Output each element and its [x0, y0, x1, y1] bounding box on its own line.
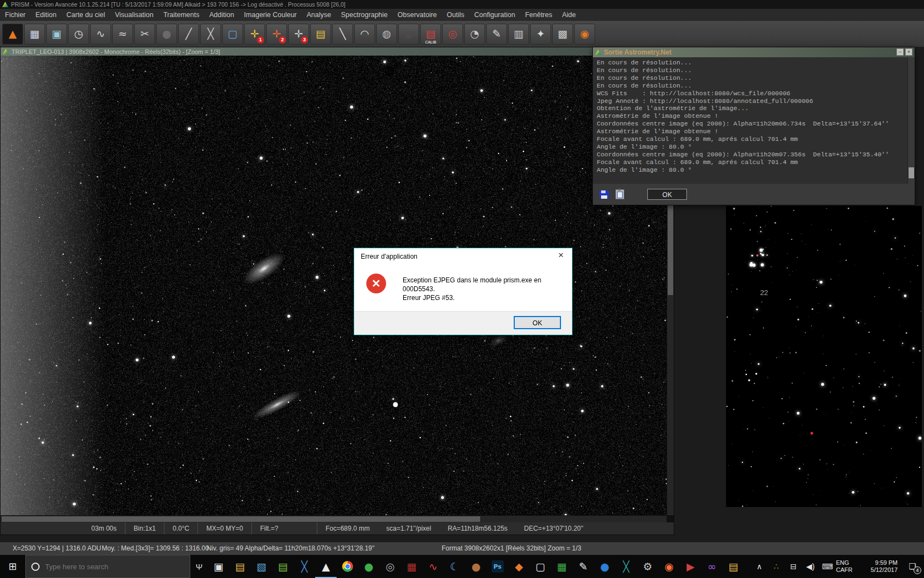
taskbar-white-app[interactable]: ▢ — [530, 555, 551, 578]
menu-observatoire[interactable]: Observatoire — [393, 9, 442, 21]
telescope-1-button[interactable]: ✛ 1 — [244, 24, 265, 45]
menu-outils[interactable]: Outils — [442, 9, 469, 21]
menu-addition[interactable]: Addition — [204, 9, 239, 21]
menu-analyse[interactable]: Analyse — [302, 9, 336, 21]
taskbar-file-explorer[interactable]: ▤ — [229, 555, 251, 578]
taskbar-backyard-eos[interactable]: ▦ — [401, 555, 422, 578]
cross-button[interactable]: ╳ — [200, 24, 221, 45]
image-window-titlebar[interactable]: TRIPLET_LEO-013 | 3908x2602 - Monochrome… — [1, 47, 674, 56]
histogram-button[interactable]: ≈ — [112, 24, 133, 45]
taskbar-blue-app[interactable]: ● — [594, 555, 615, 578]
search-input[interactable] — [44, 562, 173, 571]
dark-sphere-button[interactable]: ● — [398, 24, 419, 45]
menu-aide[interactable]: Aide — [557, 9, 581, 21]
dome-button[interactable]: ◠ — [354, 24, 375, 45]
close-button[interactable]: × — [905, 48, 912, 56]
app-title: PRISM - Version Avancée 10.1.25.214 [TU … — [11, 0, 345, 9]
taskbar-green-sphere[interactable]: ● — [358, 555, 380, 578]
error-close-icon[interactable]: ✕ — [556, 251, 566, 259]
target-button[interactable]: ◎ — [442, 24, 463, 45]
menu-fichier[interactable]: Fichier — [0, 9, 31, 21]
calibration-button[interactable]: ▤ CALIB — [420, 24, 441, 45]
menu-visualisation[interactable]: Visualisation — [110, 9, 158, 21]
action-center-icon[interactable]: ❏ 4 — [901, 555, 924, 578]
taskbar-visual-studio[interactable]: ∞ — [701, 555, 723, 578]
save-log-icon[interactable] — [600, 190, 609, 199]
taskbar-file-explorer-2[interactable]: ▤ — [723, 555, 744, 578]
astrometry-titlebar[interactable]: Sortie Astrometry.Net – × — [593, 47, 915, 57]
network[interactable]: ⊟ — [785, 555, 802, 578]
taskbar-teal-x-app[interactable]: ╳ — [615, 555, 637, 578]
taskbar-flame-app[interactable]: ◆ — [508, 555, 530, 578]
language-indicator[interactable]: ENG CAFR — [836, 555, 861, 578]
astrometry-ok-button[interactable]: OK — [647, 189, 687, 200]
magic-button[interactable]: ✦ — [530, 24, 551, 45]
log-line: Angle de l'image : 80.0 ° — [597, 166, 908, 174]
taskbar-prism[interactable]: ▲ — [315, 555, 337, 578]
error-ok-button[interactable]: OK — [514, 316, 561, 329]
pen-button[interactable]: ✎ — [486, 24, 507, 45]
capture-frame-button[interactable]: ▢ — [222, 24, 243, 45]
save-button[interactable]: ▦ — [24, 24, 45, 45]
touch-keyboard[interactable]: ⌨ — [819, 555, 836, 578]
taskbar-video-app[interactable]: ▶ — [680, 555, 701, 578]
taskbar-folder-green[interactable]: ▤ — [272, 555, 294, 578]
taskbar-firefox[interactable]: ◉ — [658, 555, 680, 578]
menu-fen-tres[interactable]: Fenêtres — [520, 9, 557, 21]
observatory-button[interactable]: ◉ — [574, 24, 595, 45]
astrometry-scrollbar[interactable] — [908, 57, 915, 184]
menu-carte-du-ciel[interactable]: Carte du ciel — [62, 9, 110, 21]
telescope-mount-button[interactable]: ╲ — [332, 24, 353, 45]
taskbar-pen-app[interactable]: ✎ — [573, 555, 594, 578]
photos-icon: ▧ — [257, 561, 267, 572]
prism-app-icon: ▲ — [9, 29, 17, 39]
crop-curve-button[interactable]: ✂ — [134, 24, 155, 45]
format-readout: Format 3908x2602x1 [Réels 32bits] Zoom =… — [442, 542, 581, 555]
filter-wheel-button[interactable]: ◔ — [464, 24, 485, 45]
green-grid-app-icon: ▦ — [557, 561, 567, 572]
start-button[interactable]: ⊞ — [0, 555, 25, 578]
taskbar-photoshop[interactable]: Ps — [487, 555, 508, 578]
telescope-3-button[interactable]: ✛ 3 — [288, 24, 309, 45]
telescope-2-button[interactable]: ✛ 2 — [266, 24, 287, 45]
levels-curve-button[interactable]: ∿ — [90, 24, 111, 45]
clock[interactable]: 9:59 PM 5/12/2017 — [861, 555, 901, 578]
annotated-starfield-image[interactable] — [726, 206, 922, 507]
taskbar-task-view[interactable]: ▣ — [208, 555, 229, 578]
taskbar-copper-sphere[interactable]: ● — [465, 555, 487, 578]
menu-configuration[interactable]: Configuration — [469, 9, 520, 21]
menu-edition[interactable]: Edition — [31, 9, 62, 21]
microphone-icon[interactable]: Ψ — [190, 555, 208, 578]
image-horizontal-scrollbar[interactable] — [1, 515, 667, 522]
menu-imagerie-couleur[interactable]: Imagerie Couleur — [239, 9, 302, 21]
taskbar-green-grid-app[interactable]: ▦ — [551, 555, 573, 578]
display-button[interactable]: ▣ — [46, 24, 67, 45]
panels-button[interactable]: ▥ — [508, 24, 529, 45]
grid-button[interactable]: ▩ — [552, 24, 573, 45]
slope-button[interactable]: ╱ — [178, 24, 199, 45]
prism-app-button[interactable]: ▲ — [2, 24, 23, 45]
copy-log-icon[interactable] — [615, 189, 624, 199]
taskbar-chrome[interactable] — [337, 555, 358, 578]
astro-scroll-thumb[interactable] — [909, 167, 914, 178]
slope-icon: ╱ — [185, 29, 191, 39]
ccd-camera-button[interactable]: ▤ — [310, 24, 331, 45]
taskbar-bullseye[interactable]: ◎ — [380, 555, 401, 578]
menu-spectrographie[interactable]: Spectrographie — [336, 9, 393, 21]
minimize-button[interactable]: – — [897, 48, 904, 56]
volume[interactable]: ◀) — [802, 555, 819, 578]
tray-app[interactable]: ∴ — [768, 555, 785, 578]
chevron-up[interactable]: ∧ — [751, 555, 768, 578]
taskbar-graph-app[interactable]: ∿ — [422, 555, 444, 578]
taskbar-blue-x-app[interactable]: ╳ — [294, 555, 315, 578]
log-line: Coordonnées centre image (eq 2000): Alph… — [597, 120, 908, 128]
taskbar-moon-app[interactable]: ☾ — [444, 555, 465, 578]
planet-button[interactable]: ● — [156, 24, 177, 45]
hscroll-thumb[interactable] — [2, 516, 480, 522]
stopwatch-button[interactable]: ◷ — [68, 24, 89, 45]
moon-button[interactable]: ◍ — [376, 24, 397, 45]
menu-traitements[interactable]: Traitements — [158, 9, 205, 21]
taskbar-photos[interactable]: ▧ — [251, 555, 272, 578]
search-box[interactable] — [25, 555, 190, 578]
taskbar-gear-app[interactable]: ⚙ — [637, 555, 658, 578]
